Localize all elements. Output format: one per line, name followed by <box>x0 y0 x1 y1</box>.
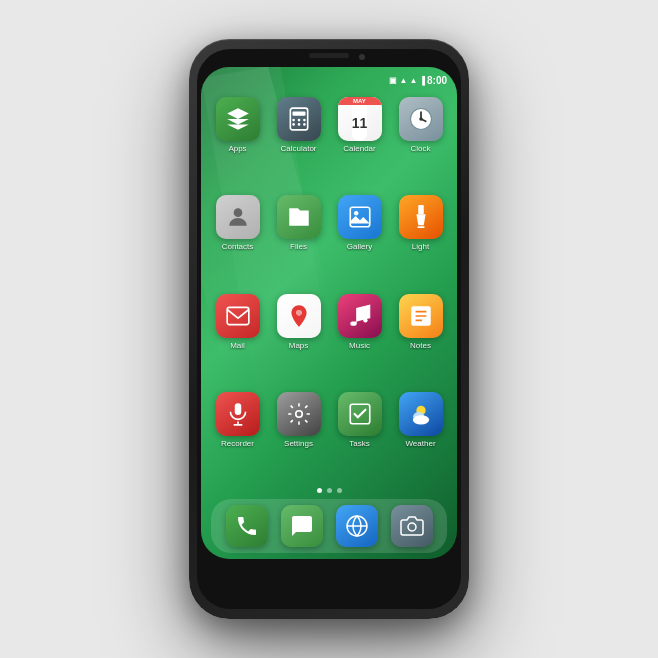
calendar-month: MAY <box>338 97 382 105</box>
app-item-light[interactable]: Light <box>394 195 447 283</box>
dot-1 <box>317 488 322 493</box>
apps-svg-icon <box>225 106 251 132</box>
clock-svg-icon <box>407 105 435 133</box>
contacts-svg-icon <box>225 204 251 230</box>
app-item-recorder[interactable]: Recorder <box>211 392 264 480</box>
dock-browser[interactable] <box>336 505 378 547</box>
browser-icon <box>345 514 369 538</box>
weather-svg-icon <box>407 400 435 428</box>
app-label-calculator: Calculator <box>280 144 316 153</box>
app-item-weather[interactable]: Weather <box>394 392 447 480</box>
sim-icon: ▣ <box>389 76 397 85</box>
signal-icon: ▲ <box>399 76 407 85</box>
calculator-svg-icon <box>286 106 312 132</box>
app-label-settings: Settings <box>284 439 313 448</box>
app-item-mail[interactable]: Mail <box>211 294 264 382</box>
app-item-contacts[interactable]: Contacts <box>211 195 264 283</box>
svg-point-33 <box>408 523 416 531</box>
app-label-tasks: Tasks <box>349 439 369 448</box>
app-icon-recorder[interactable] <box>216 392 260 436</box>
svg-rect-15 <box>418 205 424 214</box>
app-icon-music[interactable] <box>338 294 382 338</box>
app-item-calculator[interactable]: Calculator <box>272 97 325 185</box>
svg-point-18 <box>296 310 301 315</box>
app-label-contacts: Contacts <box>222 242 254 251</box>
status-bar: ▣ ▲ ▲ ▐ 8:00 <box>201 67 457 89</box>
battery-icon: ▐ <box>419 76 425 85</box>
svg-point-7 <box>303 123 306 126</box>
app-icon-maps[interactable] <box>277 294 321 338</box>
app-item-tasks[interactable]: Tasks <box>333 392 386 480</box>
tasks-svg-icon <box>347 401 373 427</box>
svg-point-27 <box>295 411 302 418</box>
app-label-recorder: Recorder <box>221 439 254 448</box>
app-icon-weather[interactable] <box>399 392 443 436</box>
app-icon-calendar[interactable]: MAY 11 <box>338 97 382 141</box>
gallery-svg-icon <box>347 204 373 230</box>
settings-svg-icon <box>286 401 312 427</box>
app-icon-light[interactable] <box>399 195 443 239</box>
svg-point-30 <box>412 415 428 424</box>
app-label-apps: Apps <box>228 144 246 153</box>
app-icon-apps[interactable] <box>216 97 260 141</box>
phone-icon <box>235 514 259 538</box>
app-item-gallery[interactable]: Gallery <box>333 195 386 283</box>
wifi-icon: ▲ <box>409 76 417 85</box>
earpiece <box>309 53 349 58</box>
app-label-notes: Notes <box>410 341 431 350</box>
app-icon-mail[interactable] <box>216 294 260 338</box>
svg-rect-1 <box>292 111 305 115</box>
app-label-mail: Mail <box>230 341 245 350</box>
status-right: ▣ ▲ ▲ ▐ 8:00 <box>389 75 447 86</box>
app-label-weather: Weather <box>405 439 435 448</box>
camera-icon <box>400 514 424 538</box>
messages-icon <box>290 514 314 538</box>
app-label-clock: Clock <box>410 144 430 153</box>
music-svg-icon <box>347 303 373 329</box>
app-item-files[interactable]: Files <box>272 195 325 283</box>
app-icon-calculator[interactable] <box>277 97 321 141</box>
recorder-svg-icon <box>225 401 251 427</box>
svg-point-6 <box>297 123 300 126</box>
app-icon-files[interactable] <box>277 195 321 239</box>
app-icon-tasks[interactable] <box>338 392 382 436</box>
app-item-music[interactable]: Music <box>333 294 386 382</box>
dock-phone[interactable] <box>226 505 268 547</box>
app-item-clock[interactable]: Clock <box>394 97 447 185</box>
svg-rect-16 <box>417 226 424 228</box>
svg-point-19 <box>363 318 367 322</box>
phone-device: ▣ ▲ ▲ ▐ 8:00 Apps <box>189 39 469 619</box>
svg-point-2 <box>292 119 295 122</box>
app-item-notes[interactable]: Notes <box>394 294 447 382</box>
app-grid: Apps <box>201 89 457 484</box>
app-label-files: Files <box>290 242 307 251</box>
phone-screen: ▣ ▲ ▲ ▐ 8:00 Apps <box>201 67 457 559</box>
phone-inner: ▣ ▲ ▲ ▐ 8:00 Apps <box>197 49 461 609</box>
svg-point-14 <box>354 211 358 215</box>
notes-svg-icon <box>408 303 434 329</box>
app-item-calendar[interactable]: MAY 11 Calendar <box>333 97 386 185</box>
app-label-gallery: Gallery <box>347 242 372 251</box>
app-icon-gallery[interactable] <box>338 195 382 239</box>
svg-rect-13 <box>350 208 370 228</box>
app-item-apps[interactable]: Apps <box>211 97 264 185</box>
app-icon-contacts[interactable] <box>216 195 260 239</box>
app-label-music: Music <box>349 341 370 350</box>
svg-point-12 <box>233 209 242 218</box>
time-display: 8:00 <box>427 75 447 86</box>
dock <box>211 499 447 553</box>
svg-point-5 <box>292 123 295 126</box>
app-item-maps[interactable]: Maps <box>272 294 325 382</box>
svg-rect-17 <box>227 307 249 324</box>
app-item-settings[interactable]: Settings <box>272 392 325 480</box>
dock-camera[interactable] <box>391 505 433 547</box>
app-label-calendar: Calendar <box>343 144 375 153</box>
app-icon-clock[interactable] <box>399 97 443 141</box>
maps-svg-icon <box>286 303 312 329</box>
dock-messages[interactable] <box>281 505 323 547</box>
app-icon-settings[interactable] <box>277 392 321 436</box>
app-label-light: Light <box>412 242 429 251</box>
svg-rect-24 <box>234 403 241 415</box>
app-icon-notes[interactable] <box>399 294 443 338</box>
dot-2 <box>327 488 332 493</box>
